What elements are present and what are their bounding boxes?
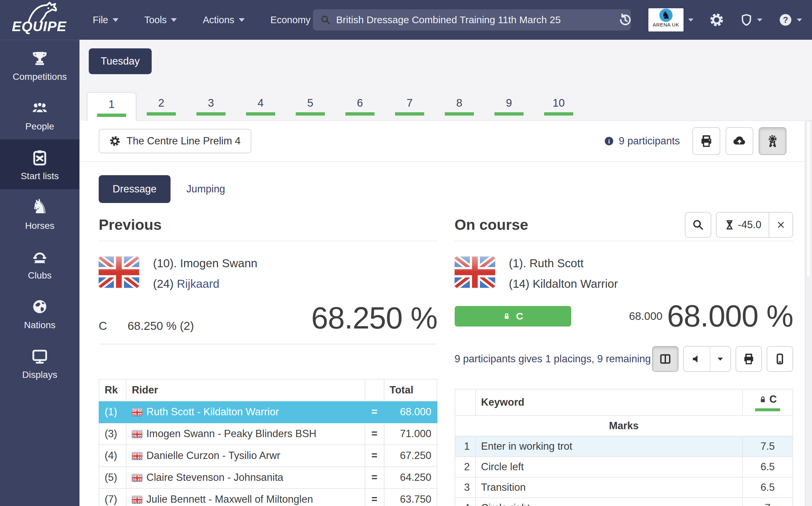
col-header-keyword: Keyword xyxy=(475,389,743,416)
day-tab-tuesday[interactable]: Tuesday xyxy=(89,48,152,74)
settings-button[interactable] xyxy=(709,13,724,27)
keyword-cell: Circle right xyxy=(475,498,743,506)
menu-economy-label: Economy xyxy=(271,15,310,25)
help-menu[interactable]: ? xyxy=(778,13,802,27)
menu-actions[interactable]: Actions xyxy=(203,15,244,25)
chevron-down-icon xyxy=(718,358,723,361)
live-columns: Previous (10). Imogen Swann (24) Rijkaar… xyxy=(99,203,793,506)
speaker-button[interactable] xyxy=(684,347,710,371)
rank-cell: (4) xyxy=(99,445,126,467)
upload-button[interactable] xyxy=(726,127,753,155)
search-input[interactable] xyxy=(336,14,624,25)
tab-progress-bar xyxy=(494,112,524,115)
menu-tools[interactable]: Tools xyxy=(145,15,177,25)
mark-value-cell[interactable]: 7.5 xyxy=(742,436,793,457)
rider-cell: Julie Bennett - Maxwell of Miltonglen xyxy=(126,489,365,506)
mark-row[interactable]: 4 Circle right 7 xyxy=(455,498,793,506)
previous-section: Previous (10). Imogen Swann (24) Rijkaar… xyxy=(99,203,438,506)
col-header-total[interactable]: Total xyxy=(384,379,437,401)
print-button[interactable] xyxy=(693,127,720,155)
mark-row[interactable]: 3 Transition 6.5 xyxy=(455,477,793,498)
class-tab-5[interactable]: 5 xyxy=(285,91,335,120)
col-header-judge[interactable]: C xyxy=(742,389,793,416)
class-tab-3[interactable]: 3 xyxy=(186,91,236,120)
class-tab-6[interactable]: 6 xyxy=(335,91,385,120)
global-search[interactable] xyxy=(313,9,631,30)
mark-value-cell[interactable]: 6.5 xyxy=(742,457,793,477)
split-view-button[interactable] xyxy=(652,346,679,372)
table-row[interactable]: (7) Julie Bennett - Maxwell of Miltongle… xyxy=(99,489,437,506)
search-participant-button[interactable] xyxy=(685,212,711,238)
divider xyxy=(99,241,438,241)
sidebar-item-people[interactable]: People xyxy=(0,90,80,140)
sidebar-item-horses[interactable]: ♞ Horses xyxy=(0,189,80,239)
mark-value-cell[interactable]: 7 xyxy=(742,498,793,506)
total-cell: 68.000 xyxy=(384,401,437,423)
tab-progress-bar xyxy=(544,112,573,115)
menu-file[interactable]: File xyxy=(93,15,118,25)
previous-header: Previous xyxy=(99,209,438,241)
mobile-device-button[interactable] xyxy=(766,346,793,372)
divider xyxy=(455,241,794,241)
main-menu: File Tools Actions Economy xyxy=(93,15,321,25)
sidebar-item-start-lists[interactable]: Start lists xyxy=(0,140,80,189)
table-row[interactable]: (5) Claire Stevenson - Johnsanita = 64.2… xyxy=(99,467,437,489)
tab-jumping[interactable]: Jumping xyxy=(180,175,232,203)
judge-position: C xyxy=(99,319,107,332)
change-cell: = xyxy=(365,489,384,506)
table-row[interactable]: (1) Ruth Scott - Kildalton Warrior = 68.… xyxy=(99,401,437,423)
admin-menu[interactable] xyxy=(740,13,762,26)
print-protocol-button[interactable] xyxy=(735,346,762,372)
on-course-title: On course xyxy=(455,216,529,234)
table-row[interactable]: (3) Imogen Swann - Peaky Blinders BSH = … xyxy=(99,423,437,445)
on-course-judge-score: 68.000 xyxy=(629,310,663,323)
previous-title: Previous xyxy=(99,216,162,234)
prize-rosette-button[interactable] xyxy=(759,127,787,155)
keyword-cell: Enter in working trot xyxy=(475,436,743,457)
navbar-right: ♞ ARENA UK ? xyxy=(618,0,802,40)
trophy-icon xyxy=(31,48,49,67)
tab-progress-bar xyxy=(196,112,225,115)
col-header-rider[interactable]: Rider xyxy=(126,379,365,401)
shield-icon xyxy=(740,13,753,26)
clear-on-course-button[interactable] xyxy=(769,213,793,237)
class-tab-1[interactable]: 1 xyxy=(87,92,137,121)
equipe-logo[interactable]: EQUIPE xyxy=(0,0,86,40)
history-button[interactable] xyxy=(618,13,633,27)
sidebar-item-label: Horses xyxy=(25,221,55,231)
info-icon: i xyxy=(604,136,614,146)
speaker-options-button[interactable] xyxy=(710,347,730,371)
rider-cell: Imogen Swann - Peaky Blinders BSH xyxy=(126,423,365,445)
class-tab-10[interactable]: 10 xyxy=(534,91,583,120)
col-header-rank[interactable]: Rk xyxy=(99,379,126,401)
previous-rider-name: (10). Imogen Swann xyxy=(153,257,257,270)
class-tab-2[interactable]: 2 xyxy=(137,91,186,120)
class-tab-9[interactable]: 9 xyxy=(484,91,534,120)
mark-value-cell[interactable]: 6.5 xyxy=(742,477,793,498)
rank-cell: (7) xyxy=(99,489,126,506)
sidebar-item-displays[interactable]: Displays xyxy=(0,338,80,388)
mark-row[interactable]: 1 Enter in working trot 7.5 xyxy=(455,436,793,457)
account-menu[interactable]: ♞ ARENA UK xyxy=(648,8,694,31)
sidebar-item-competitions[interactable]: Competitions xyxy=(0,40,80,90)
class-settings-button[interactable]: The Centre Line Prelim 4 xyxy=(99,129,251,153)
table-row[interactable]: (4) Danielle Curzon - Tysilio Arwr = 67.… xyxy=(99,445,437,467)
cloud-upload-icon xyxy=(732,134,747,148)
horse-link[interactable]: Rijkaard xyxy=(177,277,219,290)
countdown-button[interactable]: -45.0 xyxy=(717,213,769,237)
on-course-rider-block: (1). Ruth Scott (14) Kildalton Warrior xyxy=(455,257,794,290)
sidebar-item-clubs[interactable]: Clubs xyxy=(0,239,80,288)
mark-row[interactable]: 2 Circle left 6.5 xyxy=(455,457,793,477)
tab-dressage[interactable]: Dressage xyxy=(99,175,171,203)
class-tab-4[interactable]: 4 xyxy=(236,91,285,120)
vertical-scrollbar[interactable] xyxy=(805,121,812,506)
class-tab-8[interactable]: 8 xyxy=(435,91,484,120)
on-course-section: On course xyxy=(455,203,794,506)
judge-c-badge[interactable]: C xyxy=(455,306,571,327)
printer-icon xyxy=(742,352,755,365)
mark-number-cell: 1 xyxy=(455,436,475,457)
sidebar-item-nations[interactable]: Nations xyxy=(0,288,80,338)
hourglass-icon xyxy=(724,219,735,231)
scrollbar-thumb[interactable] xyxy=(806,121,811,277)
class-tab-7[interactable]: 7 xyxy=(385,91,435,120)
